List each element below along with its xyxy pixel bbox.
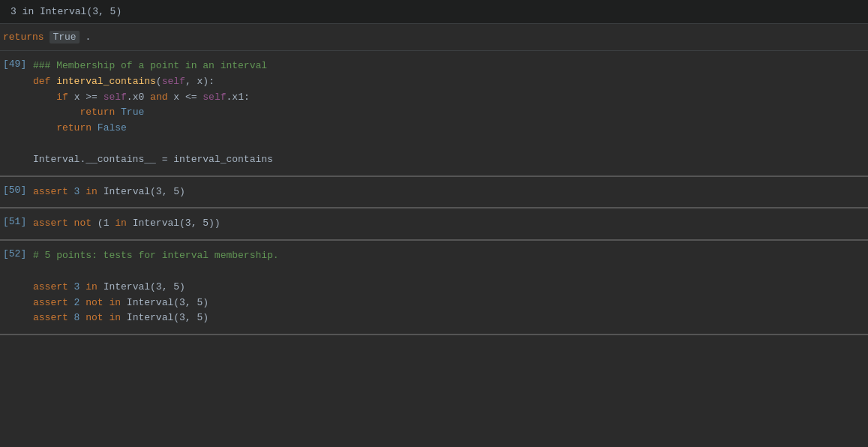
returns-line: returns True . (0, 24, 868, 51)
notebook-cell: [49]### Membership of a point in an inte… (0, 51, 868, 177)
returns-suffix: . (85, 32, 91, 43)
code-line: assert 3 in Interval(3, 5) (33, 280, 865, 296)
cell-number: [51] (3, 216, 33, 227)
cell-number: [52] (3, 248, 33, 260)
code-line: assert not (1 in Interval(3, 5)) (33, 216, 865, 232)
code-line: if x >= self.x0 and x <= self.x1: (33, 90, 865, 106)
top-output-block: 3 in Interval(3, 5) (0, 0, 868, 24)
returns-keyword: returns (3, 32, 44, 43)
notebook-cell: [52]# 5 points: tests for interval membe… (0, 241, 868, 335)
notebook-cell: [51]assert not (1 in Interval(3, 5)) (0, 208, 868, 241)
code-line: assert 8 not in Interval(3, 5) (33, 310, 865, 326)
comment-line: ### Membership of a point in an interval (33, 58, 865, 74)
comment-line: # 5 points: tests for interval membershi… (33, 248, 865, 264)
code-line: def interval_contains(self, x): (33, 74, 865, 90)
cells-container: [49]### Membership of a point in an inte… (0, 51, 868, 335)
top-output-text: 3 in Interval(3, 5) (11, 6, 122, 17)
code-line: return True (33, 105, 865, 121)
cell-content: ### Membership of a point in an interval… (33, 58, 865, 168)
code-line: Interval.__contains__ = interval_contain… (33, 152, 865, 168)
code-line: assert 2 not in Interval(3, 5) (33, 296, 865, 311)
code-line: return False (33, 121, 865, 136)
cell-number: [49] (3, 58, 33, 70)
notebook-cell: [50]assert 3 in Interval(3, 5) (0, 177, 868, 209)
cell-number: [50] (3, 184, 33, 196)
returns-value: True (50, 31, 79, 44)
cell-content: # 5 points: tests for interval membershi… (33, 248, 865, 326)
cell-content: assert not (1 in Interval(3, 5)) (33, 216, 865, 232)
cell-content: assert 3 in Interval(3, 5) (33, 184, 865, 200)
code-line: assert 3 in Interval(3, 5) (33, 184, 865, 200)
